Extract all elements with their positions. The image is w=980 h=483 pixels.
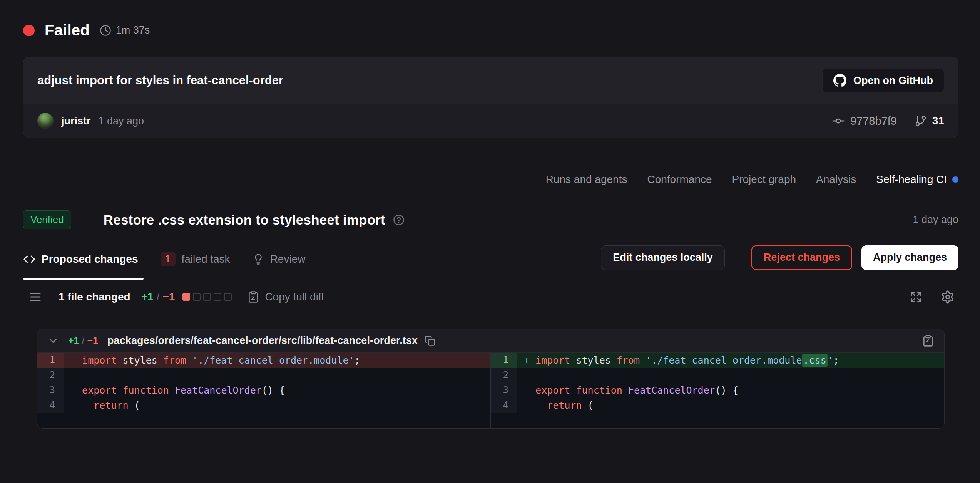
fix-tabs: Proposed changes 1 failed task Review [23,239,311,279]
github-icon [833,74,846,87]
tab-label: failed task [182,253,230,265]
diff-line: 4 return ( [37,398,490,413]
failed-task-count-badge: 1 [161,252,176,266]
code-text: export function FeatCancelOrder() { [64,383,490,398]
avatar [37,113,54,129]
lightbulb-icon [253,253,264,265]
git-branch-icon [915,115,927,127]
settings-gear-icon[interactable] [941,290,955,304]
fix-header: Verified Restore .css extension to style… [23,210,958,229]
commit-sha-ref[interactable]: 9778b7f9 [832,114,897,127]
open-on-github-label: Open on GitHub [853,75,933,87]
code-text: + import styles from './feat-cancel-orde… [517,353,944,368]
diff-line: 1- import styles from './feat-cancel-ord… [37,353,490,368]
actions-divider [738,247,738,268]
code-text: return ( [64,398,490,413]
reject-changes-button[interactable]: Reject changes [751,245,852,270]
commit-card-meta: juristr 1 day ago 9778b7f9 31 [23,104,958,138]
diff-line: 1+ import styles from './feat-cancel-ord… [491,353,944,368]
code-icon [23,253,35,265]
help-icon[interactable] [393,214,405,226]
tab-label: Proposed changes [42,253,138,265]
nav-item-runs-and-agents[interactable]: Runs and agents [546,173,627,186]
file-change-block [203,293,211,301]
tab-failed-task[interactable]: 1 failed task [161,239,236,279]
pipeline-status-row: Failed 1m 37s [23,22,958,39]
tab-proposed-changes[interactable]: Proposed changes [23,239,144,279]
commit-time-ago: 1 day ago [99,115,144,127]
nav-item-analysis[interactable]: Analysis [816,173,856,186]
diff-file-panel: +1 / −1 packages/orders/feat-cancel-orde… [37,329,945,429]
nav-item-project-graph[interactable]: Project graph [732,173,796,186]
line-number: 1 [37,353,64,368]
code-text: export function FeatCancelOrder() { [517,383,944,398]
commit-card: adjust import for styles in feat-cancel-… [23,57,958,138]
files-changed-label: 1 file changed [59,291,130,303]
file-additions: +1 [68,335,79,346]
copy-full-diff-button[interactable]: Copy full diff [247,291,324,303]
nav-item-self-healing-ci[interactable]: Self-healing CI [876,173,958,186]
deletions-count: −1 [162,291,175,303]
diff-line: 4 return ( [491,398,944,413]
file-stat-separator: / [82,335,85,346]
open-on-github-button[interactable]: Open on GitHub [822,69,944,92]
line-number: 3 [491,383,517,398]
branch-count: 31 [932,115,944,127]
code-text: - import styles from './feat-cancel-orde… [64,353,490,368]
diff-line: 3 export function FeatCancelOrder() { [491,383,944,398]
copy-file-diff-icon[interactable] [922,335,934,347]
line-number: 1 [491,353,517,368]
file-change-block [224,293,232,301]
chevron-down-icon[interactable] [47,335,59,347]
fix-actions: Edit changes locally Reject changes Appl… [601,245,958,270]
copy-full-diff-label: Copy full diff [265,291,324,303]
file-deletions: −1 [87,335,98,346]
nav-item-label: Self-healing CI [876,173,947,186]
apply-changes-button[interactable]: Apply changes [861,245,958,270]
failed-status-dot [23,25,35,36]
diff-toolbar-right [909,290,955,304]
line-number: 4 [491,398,517,413]
nav-item-conformance[interactable]: Conformance [647,173,712,186]
diff-line: 2 [37,368,490,383]
fix-time-ago: 1 day ago [913,214,958,226]
clipboard-icon [247,291,259,303]
new-feature-dot [952,176,958,183]
additions-count: +1 [141,291,154,303]
commit-meta: 9778b7f9 31 [832,114,944,127]
branch-count-ref[interactable]: 31 [915,115,944,127]
file-change-block [214,293,221,301]
code-text [64,368,490,383]
diff-file-header: +1 / −1 packages/orders/feat-cancel-orde… [37,329,944,353]
file-list-menu-icon[interactable] [28,290,42,304]
code-text [517,368,944,383]
commit-card-header: adjust import for styles in feat-cancel-… [23,57,958,104]
expand-fullscreen-icon[interactable] [909,290,923,304]
author-name: juristr [61,115,91,127]
copy-path-icon[interactable] [425,335,435,346]
tab-label: Review [270,253,306,265]
pipeline-status-label: Failed [45,22,90,39]
diff-split-view: 1- import styles from './feat-cancel-ord… [37,353,944,428]
workspace-nav: Runs and agents Conformance Project grap… [23,173,958,186]
change-blocks-indicator [182,293,232,301]
line-number: 3 [37,383,64,398]
diff-pane-before: 1- import styles from './feat-cancel-ord… [37,353,491,428]
edit-changes-locally-button[interactable]: Edit changes locally [601,245,725,270]
line-number: 4 [37,398,64,413]
file-change-block [182,293,190,301]
commit-sha: 9778b7f9 [850,115,897,127]
file-path: packages/orders/feat-cancel-order/src/li… [107,335,418,347]
diff-line: 2 [491,368,944,383]
commit-title: adjust import for styles in feat-cancel-… [37,74,283,87]
git-commit-icon [832,114,845,127]
diff-line: 3 export function FeatCancelOrder() { [37,383,490,398]
verified-badge: Verified [23,210,71,229]
fix-tabs-bar: Proposed changes 1 failed task Review Ed… [23,239,958,279]
author-info: juristr 1 day ago [37,113,144,129]
tab-review[interactable]: Review [253,239,311,279]
line-number: 2 [491,368,517,383]
diff-pane-after: 1+ import styles from './feat-cancel-ord… [491,353,944,428]
stat-separator: / [157,291,160,303]
main-content: Failed 1m 37s adjust import for styles i… [0,22,980,429]
